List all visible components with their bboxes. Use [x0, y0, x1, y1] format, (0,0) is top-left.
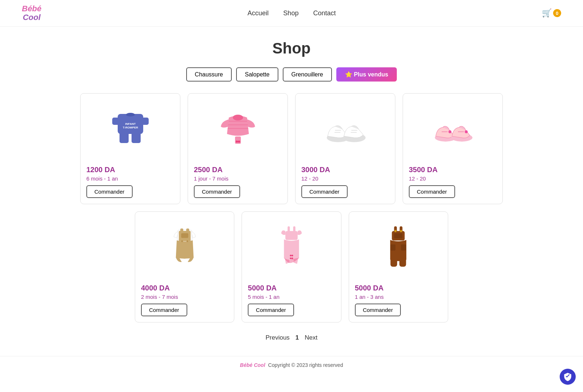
product-age-1: 6 mois - 1 an: [86, 175, 118, 182]
cart-icon: 🛒: [542, 8, 552, 18]
shield-icon: [563, 372, 572, 381]
svg-rect-45: [391, 256, 397, 267]
footer: Bébé Cool Copyright © 2023 rights reserv…: [0, 356, 583, 374]
main-nav: Accueil Shop Contact: [247, 9, 336, 17]
svg-rect-47: [391, 245, 396, 251]
svg-rect-10: [235, 136, 241, 144]
filter-chaussure[interactable]: Chaussure: [186, 67, 232, 82]
filter-plus-vendus[interactable]: ⭐ Plus vendus: [336, 67, 397, 82]
svg-rect-5: [120, 132, 129, 143]
product-shoes-white-svg: [322, 107, 369, 154]
svg-rect-4: [140, 118, 149, 125]
svg-point-49: [395, 230, 397, 232]
filter-grenouillere[interactable]: Grenouillere: [283, 67, 332, 82]
svg-rect-31: [181, 233, 188, 238]
svg-rect-48: [401, 245, 406, 251]
footer-copyright: Copyright © 2023 rights reserved: [268, 362, 343, 368]
product-price-1: 1200 DA: [86, 166, 115, 174]
product-price-4: 3500 DA: [409, 166, 438, 174]
product-age-4: 12 - 20: [409, 175, 426, 182]
product-image-1: INFANT T-ROMPER: [86, 99, 174, 161]
svg-point-40: [292, 258, 293, 260]
product-age-7: 1 an - 3 ans: [355, 294, 384, 300]
svg-rect-6: [132, 132, 141, 143]
svg-point-11: [236, 140, 238, 143]
svg-rect-46: [399, 256, 406, 267]
svg-text:T-ROMPER: T-ROMPER: [122, 126, 138, 129]
order-button-5[interactable]: Commander: [141, 304, 187, 316]
cart-button[interactable]: 🛒 0: [542, 8, 561, 18]
pagination-previous[interactable]: Previous: [266, 334, 290, 341]
svg-point-37: [290, 255, 292, 257]
product-image-7: [355, 218, 442, 280]
shield-icon-button[interactable]: [560, 369, 576, 385]
order-button-1[interactable]: Commander: [86, 185, 133, 198]
product-grid-bottom: 4000 DA 2 mois - 7 mois Commander: [128, 211, 455, 322]
order-button-4[interactable]: Commander: [409, 185, 455, 198]
nav-contact[interactable]: Contact: [313, 9, 336, 17]
filter-salopette[interactable]: Salopette: [236, 67, 278, 82]
product-image-4: [409, 99, 497, 161]
product-card-2: 2500 DA 1 jour - 7 mois Commander: [188, 93, 288, 204]
product-image-5: [141, 218, 228, 280]
order-button-3[interactable]: Commander: [301, 185, 348, 198]
logo: Bébé Cool: [22, 4, 42, 22]
svg-rect-3: [112, 118, 121, 125]
cart-count-badge: 0: [553, 9, 561, 17]
product-price-5: 4000 DA: [141, 284, 170, 292]
header: Bébé Cool Accueil Shop Contact 🛒 0: [0, 0, 583, 27]
product-price-3: 3000 DA: [301, 166, 330, 174]
product-price-7: 5000 DA: [355, 284, 384, 292]
product-bodysuit-svg: [214, 107, 262, 154]
pagination: Previous 1 Next: [0, 334, 583, 341]
product-card-5: 4000 DA 2 mois - 7 mois Commander: [135, 211, 234, 322]
product-age-2: 1 jour - 7 mois: [194, 175, 228, 182]
product-card-7: 5000 DA 1 an - 3 ans Commander: [349, 211, 448, 322]
svg-point-26: [465, 130, 467, 133]
svg-text:INFANT: INFANT: [125, 122, 136, 126]
product-image-3: [301, 99, 389, 161]
svg-point-32: [181, 241, 183, 242]
product-price-6: 5000 DA: [248, 284, 277, 292]
product-card-4: 3500 DA 12 - 20 Commander: [403, 93, 503, 204]
product-grid-top: INFANT T-ROMPER 1200 DA 6 mois - 1 an Co…: [73, 93, 510, 204]
pagination-next[interactable]: Next: [305, 334, 317, 341]
svg-point-12: [238, 140, 240, 143]
footer-logo: Bébé Cool: [240, 362, 265, 368]
product-shoes-pink-svg: [429, 107, 477, 154]
svg-point-33: [187, 241, 188, 242]
product-card-6: 5000 DA 5 mois - 1 an Commander: [242, 211, 341, 322]
svg-rect-36: [285, 231, 298, 240]
pagination-current-page: 1: [296, 334, 299, 341]
svg-point-38: [292, 255, 293, 257]
nav-accueil[interactable]: Accueil: [247, 9, 269, 17]
svg-rect-44: [394, 233, 403, 238]
product-price-2: 2500 DA: [194, 166, 223, 174]
order-button-7[interactable]: Commander: [355, 304, 401, 316]
page-title: Shop: [0, 40, 583, 57]
product-image-2: [194, 99, 282, 161]
svg-point-9: [233, 115, 243, 120]
product-card-1: INFANT T-ROMPER 1200 DA 6 mois - 1 an Co…: [80, 93, 180, 204]
logo-cool: Cool: [23, 13, 40, 22]
product-salopette-brown-svg: [375, 225, 422, 272]
product-image-6: [248, 218, 335, 280]
order-button-2[interactable]: Commander: [194, 185, 240, 198]
product-card-3: 3000 DA 12 - 20 Commander: [295, 93, 395, 204]
svg-point-2: [126, 113, 135, 116]
product-salopette-pink-svg: [268, 225, 315, 272]
svg-point-39: [290, 258, 292, 260]
product-age-3: 12 - 20: [301, 175, 318, 182]
svg-point-50: [400, 230, 402, 232]
product-age-5: 2 mois - 7 mois: [141, 294, 178, 300]
product-romper-svg: INFANT T-ROMPER: [107, 107, 154, 154]
nav-shop[interactable]: Shop: [283, 9, 298, 17]
product-age-6: 5 mois - 1 an: [248, 294, 279, 300]
filter-bar: Chaussure Salopette Grenouillere ⭐ Plus …: [0, 67, 583, 82]
svg-point-23: [448, 130, 451, 133]
product-salopette-beige-svg: [161, 225, 208, 272]
logo-bebe: Bébé: [22, 4, 42, 13]
order-button-6[interactable]: Commander: [248, 304, 294, 316]
